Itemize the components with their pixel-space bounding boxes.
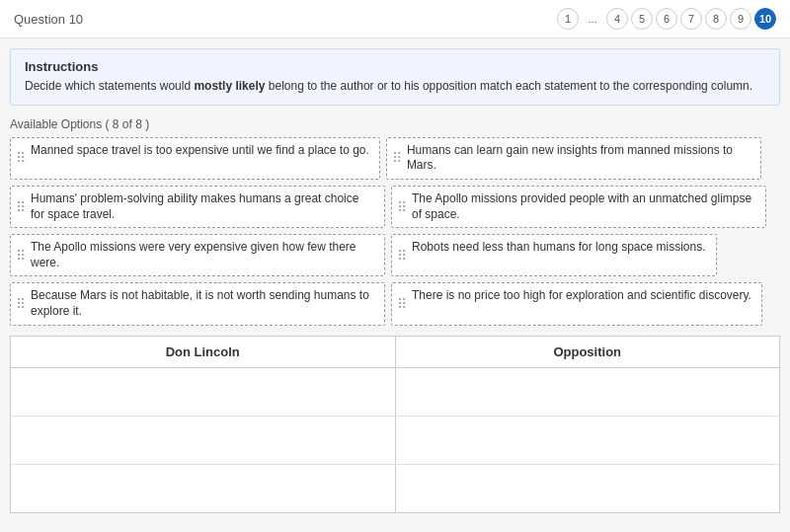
drop-table-rows — [11, 368, 779, 512]
instructions-box: Instructions Decide which statements wou… — [10, 48, 780, 106]
drop-cell-2-col2[interactable] — [396, 465, 780, 512]
option-item-6[interactable]: Because Mars is not habitable, it is not… — [10, 282, 385, 325]
page-btn-8[interactable]: 8 — [705, 8, 727, 30]
instructions-title: Instructions — [25, 59, 765, 74]
option-item-1[interactable]: Humans can learn gain new insights from … — [386, 137, 761, 180]
page-btn-10[interactable]: 10 — [754, 8, 776, 30]
option-item-7[interactable]: There is no price too high for explorati… — [391, 282, 762, 325]
option-item-5[interactable]: Robots need less than humans for long sp… — [391, 234, 717, 276]
options-area: Manned space travel is too expensive unt… — [0, 137, 790, 326]
drop-cell-2-col1[interactable] — [11, 465, 396, 512]
pagination: 1 ... 4 5 6 7 8 9 10 — [557, 8, 776, 30]
drop-table: Don Lincoln Opposition — [10, 336, 780, 513]
drop-row-2 — [11, 465, 779, 512]
question-title: Question 10 — [14, 12, 83, 27]
instructions-text-bold: mostly likely — [194, 79, 265, 93]
drop-cell-0-col1[interactable] — [11, 368, 396, 416]
drop-row-0 — [11, 368, 779, 417]
page-btn-9[interactable]: 9 — [730, 8, 751, 30]
drop-cell-1-col1[interactable] — [11, 417, 396, 464]
option-item-0[interactable]: Manned space travel is too expensive unt… — [10, 137, 380, 180]
drop-cell-0-col2[interactable] — [396, 368, 780, 416]
page-btn-1[interactable]: 1 — [557, 8, 579, 30]
header: Question 10 1 ... 4 5 6 7 8 9 10 — [0, 0, 790, 38]
page-btn-5[interactable]: 5 — [631, 8, 653, 30]
page-btn-6[interactable]: 6 — [656, 8, 677, 30]
drop-table-col1-header: Don Lincoln — [11, 337, 396, 367]
page-container: Question 10 1 ... 4 5 6 7 8 9 10 Instruc… — [0, 0, 790, 532]
available-options-label: Available Options ( 8 of 8 ) — [0, 114, 790, 137]
page-btn-4[interactable]: 4 — [606, 8, 628, 30]
option-item-4[interactable]: The Apollo missions were very expensive … — [10, 234, 385, 276]
option-item-2[interactable]: Humans' problem-solving ability makes hu… — [10, 186, 385, 228]
page-ellipsis: ... — [582, 8, 603, 30]
drop-row-1 — [11, 417, 779, 465]
option-item-3[interactable]: The Apollo missions provided people with… — [391, 186, 766, 228]
instructions-text-before: Decide which statements would — [25, 79, 194, 93]
drop-table-col2-header: Opposition — [396, 337, 780, 367]
instructions-text-after: belong to the author or to his oppositio… — [265, 79, 752, 93]
page-btn-7[interactable]: 7 — [680, 8, 702, 30]
drop-cell-1-col2[interactable] — [396, 417, 780, 464]
drop-table-header: Don Lincoln Opposition — [11, 337, 779, 368]
instructions-text: Decide which statements would mostly lik… — [25, 78, 765, 95]
